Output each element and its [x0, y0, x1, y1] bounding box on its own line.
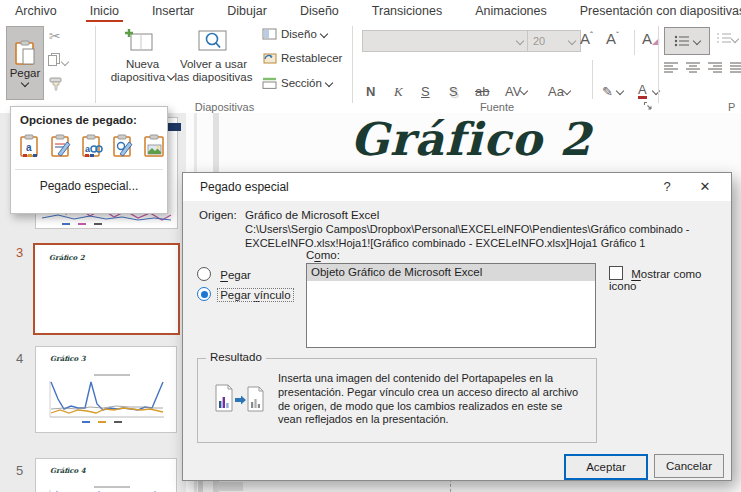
justify-button[interactable]	[730, 62, 741, 77]
paste-dest-theme-embed-icon[interactable]: a	[19, 133, 43, 162]
chevron-down-icon	[615, 87, 623, 95]
help-button[interactable]: ?	[647, 173, 687, 201]
slide-number: 5	[16, 463, 23, 478]
paste-dest-theme-link-icon[interactable]: a	[81, 133, 105, 162]
group-separator	[95, 26, 96, 103]
thumbnail-title: Gráfico 2	[49, 253, 85, 262]
italic-button[interactable]: K	[394, 84, 403, 100]
section-label: Sección	[281, 77, 322, 89]
font-dialog-launcher-icon[interactable]	[643, 100, 653, 114]
slide-thumbnail-4[interactable]: Gráfico 3	[35, 346, 177, 433]
slide-number: 3	[16, 245, 23, 260]
tab-archivo[interactable]: Archivo	[13, 2, 59, 20]
paste-source-format-link-icon[interactable]	[112, 133, 136, 162]
reuse-slides-icon	[197, 28, 229, 57]
listbox-item-selected[interactable]: Objeto Gráfico de Microsoft Excel	[307, 264, 595, 281]
chevron-down-icon	[693, 37, 701, 45]
origin-label: Origen:	[199, 209, 237, 221]
radio-pegar[interactable]: Pegar	[197, 267, 251, 281]
tab-inicio[interactable]: Inicio	[88, 2, 121, 20]
text-shadow-button[interactable]: S	[449, 84, 458, 99]
menu-separator	[15, 169, 163, 170]
thumbnail-chart-title	[94, 374, 130, 376]
text-highlight-button[interactable]: ✎	[602, 84, 623, 99]
shrink-font-button[interactable]: Aˇ	[606, 30, 619, 47]
tab-transiciones[interactable]: Transiciones	[370, 2, 444, 20]
show-as-icon-checkbox[interactable]: Mostrar como icono	[609, 266, 731, 292]
align-center-button[interactable]	[686, 62, 701, 77]
paste-as-listbox[interactable]: Objeto Gráfico de Microsoft Excel	[306, 263, 596, 348]
layout-label: Diseño	[281, 28, 317, 40]
paste-source-format-embed-icon[interactable]	[50, 133, 74, 162]
font-name-combobox[interactable]	[362, 30, 529, 52]
underline-button[interactable]: S	[421, 84, 430, 99]
tab-insertar[interactable]: Insertar	[150, 2, 196, 20]
reuse-slides-button[interactable]: Volver a usar las diapositivas	[165, 58, 262, 84]
accept-button[interactable]: Aceptar	[564, 454, 648, 480]
strikethrough-button[interactable]: ab	[475, 84, 489, 99]
bullets-button[interactable]	[664, 27, 710, 55]
slide-layout-icon	[262, 28, 277, 40]
paste-options-row: a a	[19, 133, 167, 162]
ribbon: Pegar ✂ Nueva diaposi	[0, 22, 741, 114]
numbered-list-icon	[716, 32, 732, 44]
clipboard-icon	[14, 40, 36, 66]
tab-diseno[interactable]: Diseño	[298, 2, 341, 20]
separator	[634, 30, 635, 55]
tab-dibujar[interactable]: Dibujar	[225, 2, 269, 20]
svg-text:a: a	[26, 142, 32, 153]
layout-button[interactable]: Diseño	[262, 28, 327, 40]
paste-button[interactable]: Pegar	[6, 26, 44, 100]
reset-label: Restablecer	[281, 52, 342, 64]
cut-icon[interactable]: ✂	[49, 28, 61, 44]
group-separator	[658, 26, 659, 103]
radio-pegar-vinculo[interactable]: Pegar vínculo	[197, 287, 293, 301]
thumbnail-chart-element	[167, 123, 181, 131]
slide-number: 4	[16, 351, 23, 366]
slide-title-text[interactable]: Gráfico 2	[301, 113, 641, 166]
tab-animaciones[interactable]: Animaciones	[473, 2, 549, 20]
font-size-combobox[interactable]: 20	[527, 30, 581, 52]
bold-button[interactable]: N	[366, 84, 375, 99]
checkbox-icon	[609, 266, 623, 280]
change-case-button[interactable]: Aa	[548, 84, 570, 99]
origin-path-line1: C:\Users\Sergio Campos\Dropbox\Personal\…	[245, 223, 689, 235]
chevron-down-icon	[61, 58, 69, 66]
slide-thumbnail-3[interactable]: Gráfico 2	[33, 243, 180, 335]
section-button[interactable]: Sección	[262, 77, 332, 89]
grow-font-button[interactable]: Aˆ	[580, 30, 593, 47]
paste-options-dropdown: Opciones de pegado: a	[10, 106, 168, 214]
new-slide-icon	[124, 28, 154, 57]
reuse-slides-label: Volver a usar	[165, 58, 262, 71]
slide-thumbnail-5[interactable]: Gráfico 4	[35, 458, 177, 492]
reset-button[interactable]: Restablecer	[262, 52, 342, 64]
origin-source: Gráfico de Microsoft Excel	[245, 209, 379, 221]
format-painter-icon[interactable]	[48, 76, 63, 94]
dialog-title-bar[interactable]: Pegado especial ? ✕	[183, 173, 731, 201]
bullet-list-icon	[674, 35, 690, 47]
radio-icon	[197, 267, 211, 281]
tab-presentacion[interactable]: Presentación con diapositivas	[578, 2, 741, 20]
new-slide-label2: diapositiva	[111, 71, 165, 83]
chevron-down-icon	[325, 79, 333, 87]
font-group-label: Fuente	[352, 101, 642, 113]
paste-picture-icon[interactable]	[143, 133, 167, 162]
align-right-button[interactable]	[708, 62, 723, 77]
copy-icon[interactable]	[47, 52, 68, 70]
clear-formatting-button[interactable]: A◢	[642, 30, 659, 47]
numbered-list-button[interactable]	[716, 32, 738, 47]
align-left-button[interactable]	[664, 62, 679, 77]
paste-special-menu-item[interactable]: Pegado especial...	[11, 173, 167, 199]
font-color-button[interactable]: A	[638, 84, 647, 99]
cancel-button[interactable]: Cancelar	[654, 454, 724, 478]
reuse-slides-label2: las diapositivas	[165, 71, 262, 84]
ribbon-tabs: Archivo Inicio Insertar Dibujar Diseño T…	[0, 0, 741, 22]
thumbnail-chart-title	[94, 486, 130, 488]
chevron-down-icon	[21, 79, 29, 87]
como-label: Como:	[306, 249, 340, 261]
character-spacing-button[interactable]: AV	[505, 84, 527, 99]
paste-options-header: Opciones de pegado:	[20, 114, 137, 126]
paste-button-label: Pegar	[10, 67, 41, 79]
close-icon[interactable]: ✕	[685, 173, 725, 201]
thumbnail-title: Gráfico 3	[50, 354, 86, 363]
